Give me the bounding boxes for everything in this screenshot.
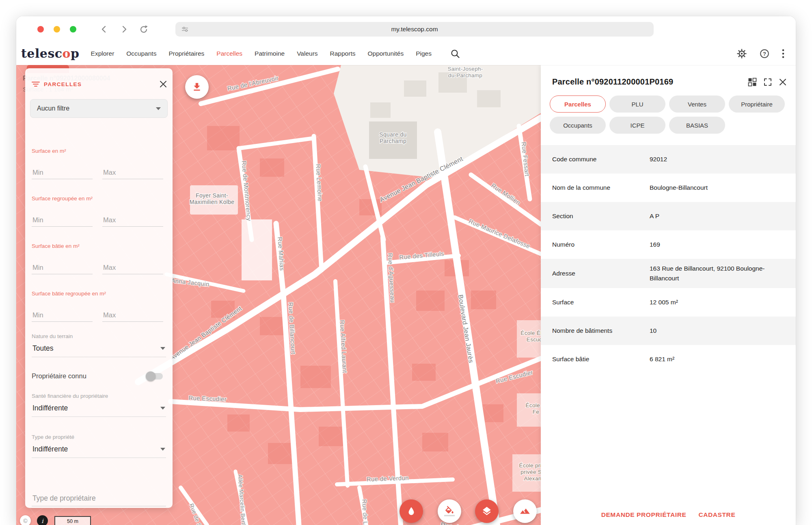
attribute-value: 6 821 m² [650, 354, 674, 364]
nav-item[interactable]: Occupants [126, 50, 156, 57]
attribute-value: Boulogne-Billancourt [650, 183, 708, 193]
max-input[interactable] [102, 309, 163, 322]
detail-tab[interactable]: PLU [609, 95, 665, 113]
close-icon [779, 78, 787, 86]
surface-filter-section: Surface bâtie regroupée en m² [32, 291, 166, 338]
filter-section-label: Surface en m² [32, 148, 166, 154]
map-style-button[interactable] [400, 499, 423, 523]
filter-panel-title: PARCELLES [44, 81, 82, 87]
sante-financiere-select[interactable]: Indifférente [32, 401, 166, 417]
type-de-propriete-field: Type de propriété Indifférente [32, 434, 166, 458]
map-fill-color-button[interactable] [438, 499, 461, 523]
detail-tab[interactable]: Occupants [550, 117, 606, 134]
max-input[interactable] [102, 166, 163, 179]
gear-icon [736, 48, 747, 59]
panel-close-button[interactable] [779, 78, 787, 86]
proprietaire-connu-label: Propriétaire connu [32, 372, 86, 380]
nav-item[interactable]: Parcelles [216, 50, 242, 57]
settings-button[interactable] [736, 48, 747, 59]
nav-item[interactable]: Piges [416, 50, 432, 57]
surface-filter-section: Surface en m² [32, 148, 166, 195]
forward-icon [119, 25, 128, 34]
logo-text: telesc [21, 46, 63, 61]
url-bar[interactable]: my.telescop.com [175, 22, 654, 37]
map-scale-value: 50 m [67, 518, 78, 524]
browser-chrome: my.telescop.com [16, 16, 796, 42]
detail-tab[interactable]: ICPE [609, 117, 665, 134]
attribute-label: Nom de la commune [552, 184, 650, 191]
attribute-label: Surface [552, 299, 650, 306]
saved-filter-value: Aucun filtre [37, 105, 69, 112]
saved-filter-select[interactable]: Aucun filtre [30, 99, 168, 118]
table-row: Nom de la commune Boulogne-Billancourt [541, 174, 796, 202]
parcel-report-button[interactable] [748, 78, 757, 87]
type-de-proprietaire-input[interactable] [32, 491, 166, 506]
window-zoom-button[interactable] [70, 26, 76, 33]
nav-item[interactable]: Opportunités [367, 50, 404, 57]
min-input[interactable] [32, 261, 93, 274]
min-input[interactable] [32, 166, 93, 179]
traffic-lights [37, 26, 76, 33]
surface-filter-section: Surface bâtie en m² [32, 243, 166, 291]
search-button[interactable] [450, 49, 460, 59]
max-input[interactable] [102, 214, 163, 227]
mosaic-icon [748, 78, 757, 87]
browser-back-button[interactable] [100, 25, 109, 34]
app-header: telescop Explorer Occupants Propriétaire… [16, 42, 796, 65]
svg-text:Foyer Saint-Maximilien Kolbe: Foyer Saint-Maximilien Kolbe [190, 192, 235, 205]
map-terrain-button[interactable] [513, 499, 537, 523]
detail-tab[interactable]: BASIAS [669, 117, 725, 134]
nav-item[interactable]: Patrimoine [255, 50, 285, 57]
filter-icon [32, 81, 40, 87]
filter-panel-close-button[interactable] [160, 80, 167, 88]
min-input[interactable] [32, 214, 93, 227]
detail-tab[interactable]: Parcelles [550, 95, 606, 113]
nav-item[interactable]: Propriétaires [168, 50, 204, 57]
type-de-proprietaire-field [32, 491, 166, 506]
chevron-down-icon [160, 407, 165, 410]
attribute-label: Surface bâtie [552, 356, 650, 363]
proprietaire-connu-toggle[interactable] [147, 373, 163, 380]
more-menu-button[interactable] [782, 49, 784, 59]
nav-item[interactable]: Explorer [91, 50, 114, 57]
map-download-button[interactable] [185, 75, 209, 99]
attribute-label: Section [552, 213, 650, 220]
map-layers-button[interactable] [475, 499, 499, 523]
attribute-value: 163 Rue de Billancourt, 92100 Boulogne-B… [650, 264, 786, 283]
table-row: Section A P [541, 202, 796, 230]
help-button[interactable]: ? [759, 48, 770, 59]
attribute-value: A P [650, 211, 659, 221]
action-link[interactable]: CADASTRE [698, 511, 735, 518]
max-input[interactable] [102, 261, 163, 274]
nature-du-terrain-select[interactable]: Toutes [32, 341, 166, 357]
attribution-icon[interactable]: © [20, 515, 31, 525]
browser-reload-button[interactable] [139, 24, 149, 34]
nav-item[interactable]: Rapports [330, 50, 356, 57]
filter-panel: PARCELLES Aucun filtre Surface [25, 68, 173, 508]
svg-text:?: ? [763, 51, 766, 57]
url-text: my.telescop.com [391, 26, 438, 33]
logo[interactable]: telescop [21, 48, 80, 60]
attribute-label: Numéro [552, 241, 650, 248]
action-link[interactable]: DEMANDE PROPRIÉTAIRE [601, 511, 687, 518]
layers-icon [482, 506, 492, 516]
chevron-down-icon [156, 107, 161, 110]
window-minimize-button[interactable] [54, 26, 60, 33]
type-de-propriete-select[interactable]: Indifférente [32, 442, 166, 458]
svg-text:Square duParchamp: Square duParchamp [379, 131, 406, 144]
map[interactable]: Saint-Joseph-du-ParchampSquare duParcham… [16, 65, 541, 525]
nav-item[interactable]: Valeurs [297, 50, 317, 57]
detail-tab[interactable]: Ventes [669, 95, 725, 113]
detail-tab[interactable]: Propriétaire [729, 95, 785, 113]
attribute-label: Nombre de bâtiments [552, 327, 650, 334]
browser-forward-button[interactable] [119, 25, 128, 34]
attribute-label: Adresse [552, 270, 650, 277]
map-info-button[interactable]: i [37, 515, 48, 525]
svg-text:Saint-Joseph-du-Parchamp: Saint-Joseph-du-Parchamp [447, 66, 483, 78]
min-input[interactable] [32, 309, 93, 322]
parcel-attributes-table: Code commune 92012 Nom de la commune Bou… [541, 145, 796, 373]
window-close-button[interactable] [37, 26, 44, 33]
panel-expand-button[interactable] [763, 78, 772, 87]
proprietaire-connu-row: Propriétaire connu [32, 372, 166, 380]
logo-accent: o [63, 46, 71, 61]
